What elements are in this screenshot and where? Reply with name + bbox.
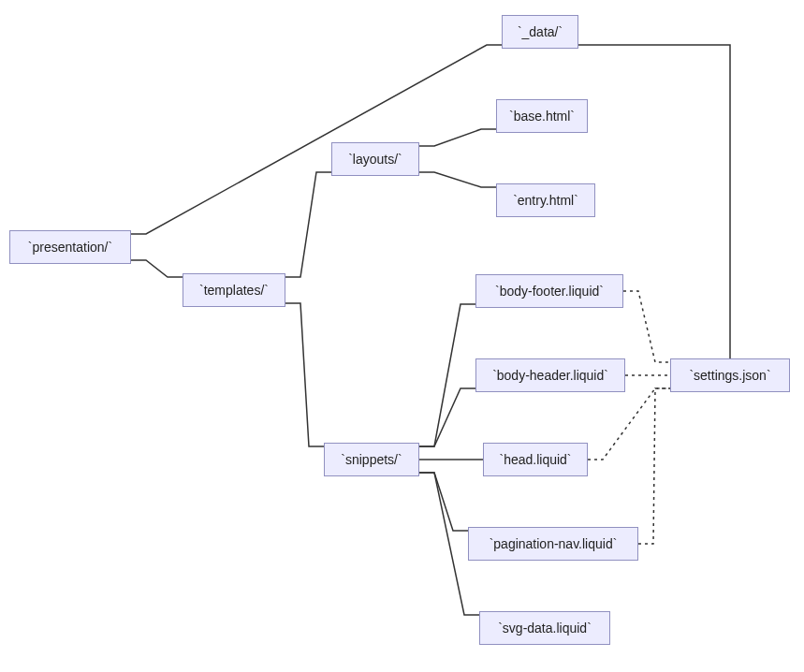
edge-snippets-to-pagination [419, 473, 468, 531]
node-body_footer: `body-footer.liquid` [475, 274, 623, 308]
node-presentation: `presentation/` [9, 230, 131, 264]
edge-presentation-to-data [131, 45, 502, 234]
edge-snippets-to-body_header [419, 388, 475, 446]
node-snippets: `snippets/` [324, 443, 419, 476]
edge-layer [0, 0, 804, 672]
node-settings: `settings.json` [670, 358, 790, 392]
node-base_html: `base.html` [496, 99, 588, 133]
edge-dashed-head_liquid-to-settings [588, 388, 670, 460]
node-data: `_data/` [502, 15, 578, 49]
edge-layouts-to-entry_html [419, 172, 496, 187]
diagram-stage: `presentation/``_data/``templates/``layo… [0, 0, 804, 672]
edge-templates-to-snippets [285, 303, 324, 446]
node-pagination: `pagination-nav.liquid` [468, 527, 638, 561]
edge-presentation-to-templates [131, 260, 183, 277]
node-templates: `templates/` [183, 273, 285, 307]
node-head_liquid: `head.liquid` [483, 443, 588, 476]
edge-templates-to-layouts [285, 172, 331, 277]
edge-data-to-settings [578, 45, 730, 358]
edge-snippets-to-body_footer [419, 304, 475, 446]
node-svg_data: `svg-data.liquid` [479, 611, 610, 645]
node-body_header: `body-header.liquid` [475, 358, 625, 392]
edge-layouts-to-base_html [419, 129, 496, 146]
edge-dashed-body_footer-to-settings [623, 291, 670, 362]
node-entry_html: `entry.html` [496, 183, 595, 217]
edge-dashed-pagination-to-settings [638, 388, 670, 544]
node-layouts: `layouts/` [331, 142, 419, 176]
